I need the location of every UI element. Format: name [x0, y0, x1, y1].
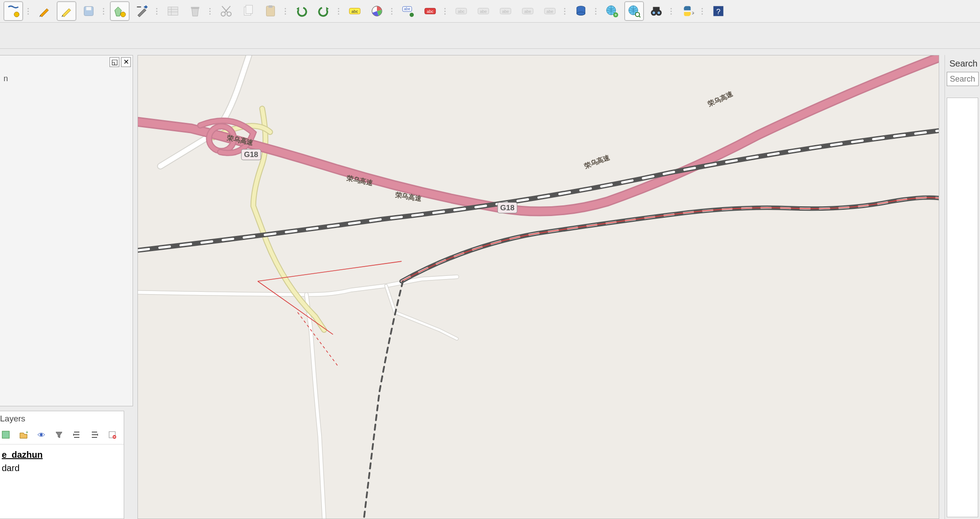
layer-item[interactable]: e_dazhun — [2, 448, 122, 461]
add-feature-icon[interactable] — [110, 1, 129, 21]
svg-text:abe: abe — [546, 9, 553, 14]
svg-point-40 — [653, 12, 655, 14]
delete-selected-icon — [185, 1, 205, 21]
svg-rect-9 — [246, 5, 252, 14]
svg-text:abc: abc — [351, 9, 358, 14]
svg-text:?: ? — [716, 8, 720, 16]
web-search-icon[interactable] — [624, 1, 644, 21]
copy-icon — [239, 1, 258, 21]
diagram-icon[interactable] — [367, 1, 387, 21]
toolbar-separator — [564, 4, 567, 18]
docked-panel: ◱ ✕ n — [0, 55, 133, 406]
search-panel-title: Search Q — [949, 59, 980, 69]
web-add-icon[interactable]: + — [602, 1, 622, 21]
svg-text:abc: abc — [458, 9, 464, 14]
label-pin-icon[interactable]: abe — [398, 1, 418, 21]
svg-text:+: + — [26, 430, 28, 435]
search-results — [947, 98, 978, 517]
label-hide-icon[interactable]: abc — [420, 1, 440, 21]
toolbar-separator — [103, 4, 106, 18]
toolbar-separator — [338, 4, 341, 18]
svg-rect-11 — [268, 5, 272, 8]
layer-item[interactable]: dard — [2, 461, 122, 475]
expand-icon[interactable] — [71, 429, 82, 440]
toolbar-separator — [156, 4, 159, 18]
edit-pencil-orange-icon[interactable] — [35, 1, 54, 21]
svg-point-41 — [658, 12, 660, 14]
svg-text:>: > — [692, 10, 694, 16]
road-shield: G18 — [498, 202, 517, 213]
svg-text:abe: abe — [404, 7, 410, 11]
label-tool-d-icon: abe — [518, 1, 537, 21]
paste-icon — [261, 1, 280, 21]
toolbar-separator — [595, 4, 598, 18]
search-input[interactable] — [947, 72, 979, 86]
label-tool-b-icon: abe — [474, 1, 493, 21]
toolbar-separator — [444, 4, 447, 18]
toolbar-separator — [391, 4, 394, 18]
feature-tools-icon[interactable] — [132, 1, 152, 21]
panel-label: n — [4, 74, 8, 83]
modify-attrs-icon — [163, 1, 183, 21]
label-tool-c-icon: abe — [496, 1, 515, 21]
toolbar-separator — [285, 4, 287, 18]
help-icon[interactable]: ? — [709, 1, 728, 21]
map-canvas[interactable]: G18 G18 荣乌高速 荣乌高速 荣乌高速 荣乌高速 荣乌高速 — [137, 55, 939, 519]
database-icon[interactable] — [571, 1, 591, 21]
python-console-icon[interactable]: > — [678, 1, 697, 21]
toolbar-separator — [670, 4, 673, 18]
svg-text:abe: abe — [524, 9, 531, 14]
toolbar-separator — [702, 4, 704, 18]
label-abc-yellow-icon[interactable]: abc — [345, 1, 365, 21]
svg-point-36 — [635, 12, 639, 16]
road-shield-label: G18 — [244, 150, 258, 159]
road-shield-label: G18 — [500, 204, 514, 212]
road-shield: G18 — [241, 149, 261, 160]
label-tool-e-icon: abe — [540, 1, 560, 21]
svg-text:+: + — [614, 12, 617, 17]
svg-text:abe: abe — [480, 9, 487, 14]
close-panel-icon[interactable]: ✕ — [121, 57, 131, 67]
edit-current-layer-icon[interactable] — [4, 1, 23, 21]
undo-icon[interactable] — [292, 1, 311, 21]
road-name-label: 荣乌高速 — [706, 90, 735, 108]
svg-point-17 — [410, 13, 414, 17]
svg-text:abe: abe — [502, 9, 509, 14]
svg-rect-2 — [86, 7, 91, 11]
layers-panel: Layers + e_dazhundard — [0, 411, 124, 519]
svg-point-47 — [40, 433, 43, 436]
layers-panel-title: Layers — [0, 411, 124, 426]
binoculars-icon[interactable] — [647, 1, 666, 21]
add-group-icon[interactable]: + — [18, 429, 29, 440]
toolbar-spacer — [0, 22, 980, 49]
cut-icon — [216, 1, 236, 21]
toggle-edit-pencil-icon[interactable] — [57, 1, 76, 21]
filter-icon[interactable] — [53, 429, 65, 440]
visibility-icon[interactable] — [35, 429, 47, 440]
toolbar-separator — [209, 4, 212, 18]
svg-rect-4 — [168, 7, 178, 16]
label-tool-a-icon: abc — [451, 1, 471, 21]
search-panel: Search Q — [945, 55, 980, 519]
road-name-label: 荣乌高速 — [583, 153, 611, 169]
save-edits-icon — [79, 1, 98, 21]
main-toolbar: abcabeabcabcabeabeabeabe+>? — [0, 0, 980, 22]
svg-rect-5 — [191, 7, 200, 9]
svg-point-3 — [121, 12, 125, 17]
layers-list: e_dazhundard — [0, 444, 124, 478]
svg-point-0 — [14, 12, 19, 17]
svg-text:abc: abc — [427, 9, 433, 14]
collapse-icon[interactable] — [89, 429, 100, 440]
styling-icon[interactable] — [0, 429, 12, 440]
layers-panel-toolbar: + — [0, 426, 124, 444]
svg-rect-45 — [2, 431, 9, 438]
svg-rect-39 — [653, 7, 660, 11]
remove-icon[interactable] — [106, 429, 118, 440]
redo-icon[interactable] — [314, 1, 333, 21]
toolbar-separator — [27, 4, 30, 18]
undock-panel-icon[interactable]: ◱ — [110, 57, 119, 67]
svg-rect-50 — [114, 436, 115, 437]
map-svg: G18 G18 荣乌高速 荣乌高速 荣乌高速 荣乌高速 荣乌高速 — [138, 55, 939, 519]
